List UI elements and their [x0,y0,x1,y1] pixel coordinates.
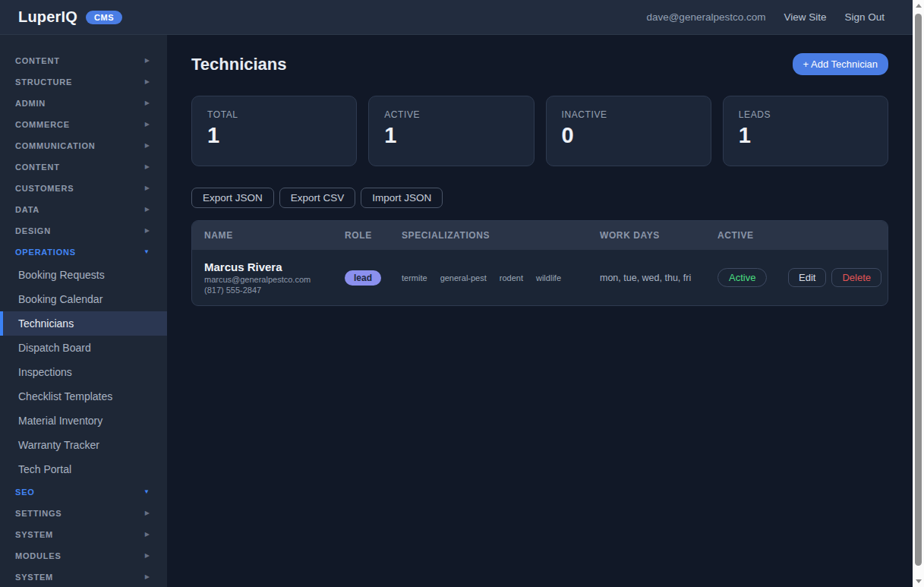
sidebar-section-commerce[interactable]: COMMERCE [0,114,167,135]
chevron-right-icon [145,228,150,234]
user-email: dave@generalpestco.com [646,11,765,23]
sidebar-section-settings[interactable]: SETTINGS [0,503,167,524]
chevron-right-icon [145,553,150,559]
chevron-right-icon [145,143,150,149]
column-header-active: ACTIVE [717,230,788,241]
chevron-down-icon [143,249,150,255]
chevron-right-icon [145,510,150,516]
section-label: COMMERCE [15,120,70,129]
sidebar-section-customers[interactable]: CUSTOMERS [0,178,167,199]
technician-email: marcus@generalpestco.com [204,275,345,284]
technician-name: Marcus Rivera [204,260,345,273]
sidebar-item-warranty-tracker[interactable]: Warranty Tracker [0,433,167,457]
sidebar-item-tech-portal[interactable]: Tech Portal [0,457,167,481]
sidebar-section-operations[interactable]: OPERATIONS [0,241,167,263]
section-label: STRUCTURE [15,77,72,87]
column-header-name: NAME [204,230,345,241]
sidebar-section-admin[interactable]: ADMIN [0,93,167,114]
active-cell: Active [717,268,788,287]
scrollbar-down-arrow-icon[interactable] [913,575,924,587]
vertical-scrollbar[interactable] [913,0,924,587]
section-label: DATA [15,205,39,214]
section-label: CUSTOMERS [15,184,74,193]
sidebar-section-structure[interactable]: STRUCTURE [0,71,167,93]
stat-value: 1 [207,123,341,148]
section-label: CONTENT [15,56,60,65]
section-label: MODULES [15,551,61,560]
stat-card-inactive: INACTIVE 0 [546,96,711,166]
stat-value: 1 [739,123,872,148]
edit-button[interactable]: Edit [788,268,826,287]
import-json-button[interactable]: Import JSON [361,188,443,208]
delete-button[interactable]: Delete [831,268,881,287]
work-days-cell: mon, tue, wed, thu, fri [600,273,717,283]
chevron-right-icon [145,207,150,213]
sidebar-section-system-2[interactable]: SYSTEM [0,566,167,587]
section-label: SETTINGS [15,509,61,518]
active-status-toggle[interactable]: Active [717,268,767,287]
sidebar-item-booking-requests[interactable]: Booking Requests [0,263,167,287]
table-row: Marcus Rivera marcus@generalpestco.com (… [192,250,888,305]
section-label: DESIGN [15,226,51,235]
scrollbar-up-arrow-icon[interactable] [913,0,924,12]
sidebar-item-inspections[interactable]: Inspections [0,360,167,384]
chevron-right-icon [145,164,150,170]
topbar: LuperIQ CMS dave@generalpestco.com View … [0,0,924,35]
app-logo[interactable]: LuperIQ [18,8,77,26]
chevron-right-icon [145,185,150,191]
sidebar-item-booking-calendar[interactable]: Booking Calendar [0,287,167,311]
sidebar-section-seo[interactable]: SEO [0,481,167,503]
column-header-specializations: SPECIALIZATIONS [402,230,600,241]
technicians-table: NAME ROLE SPECIALIZATIONS WORK DAYS ACTI… [191,220,888,306]
stat-label: TOTAL [207,109,341,120]
sidebar-section-communication[interactable]: COMMUNICATION [0,135,167,156]
section-label: SEO [15,488,35,497]
sign-out-link[interactable]: Sign Out [844,11,885,23]
technician-name-cell: Marcus Rivera marcus@generalpestco.com (… [204,260,345,295]
specializations-cell: termite general-pest rodent wildlife [402,273,600,282]
view-site-link[interactable]: View Site [784,11,826,23]
stat-card-total: TOTAL 1 [191,96,357,166]
sidebar-item-checklist-templates[interactable]: Checklist Templates [0,384,167,409]
sidebar-section-modules[interactable]: MODULES [0,545,167,566]
technician-role-cell: lead [345,270,402,286]
chevron-right-icon [145,122,150,128]
scrollbar-thumb[interactable] [915,14,922,566]
page-title: Technicians [191,55,287,74]
add-technician-button[interactable]: + Add Technician [793,53,888,75]
sidebar-section-content[interactable]: CONTENT [0,50,167,71]
stat-label: INACTIVE [562,109,695,120]
cms-badge: CMS [86,11,122,24]
sidebar: CONTENT STRUCTURE ADMIN COMMERCE COMMUNI… [0,35,167,587]
export-json-button[interactable]: Export JSON [191,188,274,208]
table-header: NAME ROLE SPECIALIZATIONS WORK DAYS ACTI… [192,221,888,250]
sidebar-section-content-2[interactable]: CONTENT [0,156,167,178]
section-label: COMMUNICATION [15,141,96,150]
sidebar-section-system[interactable]: SYSTEM [0,524,167,545]
sidebar-section-design[interactable]: DESIGN [0,220,167,241]
sidebar-section-data[interactable]: DATA [0,199,167,220]
stat-card-leads: LEADS 1 [723,96,888,166]
column-header-work-days: WORK DAYS [600,230,717,241]
stat-value: 0 [562,123,695,148]
stat-card-active: ACTIVE 1 [368,96,534,166]
section-label: OPERATIONS [15,248,76,257]
role-badge: lead [345,270,381,286]
specialization-tag: termite [402,273,427,282]
chevron-right-icon [145,100,150,106]
stat-value: 1 [384,123,518,148]
export-csv-button[interactable]: Export CSV [279,188,356,208]
chevron-right-icon [145,574,150,580]
section-label: ADMIN [15,99,46,108]
main-content: Technicians + Add Technician TOTAL 1 ACT… [167,35,913,587]
sidebar-item-technicians[interactable]: Technicians [0,311,167,336]
specialization-tag: rodent [500,273,523,282]
specialization-tag: wildlife [536,273,561,282]
sidebar-item-dispatch-board[interactable]: Dispatch Board [0,336,167,360]
section-label: CONTENT [15,163,60,172]
sidebar-item-material-inventory[interactable]: Material Inventory [0,409,167,433]
stat-label: LEADS [739,109,872,120]
technician-phone: (817) 555-2847 [204,286,345,295]
section-label: SYSTEM [15,573,53,582]
specialization-tag: general-pest [440,273,487,282]
